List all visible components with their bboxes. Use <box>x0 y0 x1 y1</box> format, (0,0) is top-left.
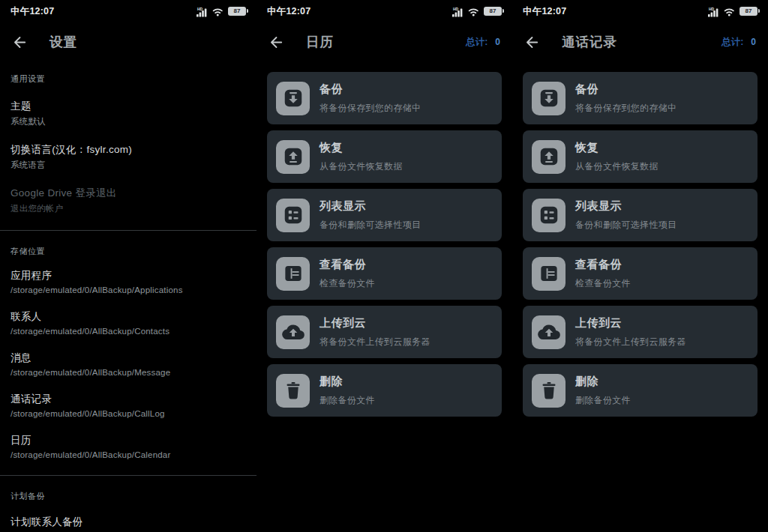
card-subtitle: 将备份文件上传到云服务器 <box>575 336 686 348</box>
delete-icon <box>276 374 310 408</box>
action-card-upload-cloud[interactable]: 上传到云 将备份文件上传到云服务器 <box>523 306 758 358</box>
card-subtitle: 检查备份文件 <box>320 277 375 290</box>
card-title: 恢复 <box>320 141 403 155</box>
action-card-backup[interactable]: 备份 将备份保存到您的存储中 <box>267 72 502 124</box>
status-time: 中午12:07 <box>523 5 566 18</box>
card-title: 上传到云 <box>320 316 430 330</box>
action-card-delete[interactable]: 删除 删除备份文件 <box>523 364 758 417</box>
cloud-upload-icon <box>276 315 310 349</box>
setting-item-messages-path[interactable]: 消息 /storage/emulated/0/AllBackup/Message <box>10 351 246 377</box>
card-subtitle: 备份和删除可选择性项目 <box>320 219 421 232</box>
status-time: 中午12:07 <box>10 5 54 18</box>
status-icons: 87 <box>191 6 246 17</box>
action-card-view-backup[interactable]: 查看备份 检查备份文件 <box>267 247 502 300</box>
setting-title: 日历 <box>10 434 246 447</box>
signal-hd-icon <box>447 6 464 17</box>
divider <box>0 230 256 231</box>
setting-title: 主题 <box>10 100 246 113</box>
setting-item-scheduled-contacts-backup[interactable]: 计划联系人备份 绝不 <box>10 516 246 532</box>
backup-save-icon <box>532 82 566 115</box>
card-title: 列表显示 <box>320 199 421 214</box>
setting-title: Google Drive 登录退出 <box>10 187 246 200</box>
back-button[interactable] <box>523 33 541 51</box>
setting-item-calllog-path[interactable]: 通话记录 /storage/emulated/0/AllBackup/CallL… <box>10 393 246 418</box>
setting-value: 系统语言 <box>10 160 246 171</box>
calendar-appbar: 日历 总计: 0 <box>256 22 512 58</box>
calllog-appbar: 通话记录 总计: 0 <box>512 22 768 58</box>
settings-screen: 中午12:07 87 设置 通用设置 主题 系统默认 切换语言(汉化：fsyl <box>0 0 256 532</box>
page-title: 日历 <box>306 33 334 51</box>
section-header-storage: 存储位置 <box>10 246 246 257</box>
signal-hd-icon <box>191 6 208 17</box>
back-button[interactable] <box>267 33 285 51</box>
setting-value: /storage/emulated/0/AllBackup/Calendar <box>10 450 246 459</box>
setting-item-language[interactable]: 切换语言(汉化：fsylr.com) 系统语言 <box>10 143 246 171</box>
battery-icon: 87 <box>484 7 502 16</box>
battery-percent: 87 <box>234 8 241 14</box>
setting-item-google-drive-signout[interactable]: Google Drive 登录退出 退出您的帐户 <box>10 187 246 214</box>
setting-title: 应用程序 <box>10 269 246 282</box>
card-title: 删除 <box>320 375 375 389</box>
card-title: 查看备份 <box>320 258 375 272</box>
total-counter: 总计: 0 <box>722 36 758 49</box>
settings-list: 通用设置 主题 系统默认 切换语言(汉化：fsylr.com) 系统语言 Goo… <box>0 73 256 532</box>
cloud-upload-icon <box>532 315 566 349</box>
divider <box>0 475 256 476</box>
setting-item-applications-path[interactable]: 应用程序 /storage/emulated/0/AllBackup/Appli… <box>10 269 246 294</box>
action-card-upload-cloud[interactable]: 上传到云 将备份文件上传到云服务器 <box>267 306 502 358</box>
restore-icon <box>532 140 566 174</box>
wifi-icon <box>212 7 224 16</box>
setting-item-theme[interactable]: 主题 系统默认 <box>10 100 246 127</box>
card-subtitle: 删除备份文件 <box>575 394 631 407</box>
back-button[interactable] <box>10 33 28 51</box>
section-header-general: 通用设置 <box>10 73 246 85</box>
setting-value: 系统默认 <box>10 116 246 127</box>
setting-title: 计划联系人备份 <box>10 516 246 529</box>
setting-value: /storage/emulated/0/AllBackup/CallLog <box>10 409 246 418</box>
setting-title: 联系人 <box>10 310 246 324</box>
calllog-screen: 中午12:07 87 通话记录 总计: 0 <box>512 0 768 532</box>
wifi-icon <box>467 7 480 16</box>
status-bar: 中午12:07 87 <box>256 0 512 22</box>
list-select-icon <box>532 199 566 232</box>
card-subtitle: 将备份保存到您的存储中 <box>320 102 421 115</box>
triple-screenshot-canvas: 中午12:07 87 设置 通用设置 主题 系统默认 切换语言(汉化：fsyl <box>0 0 768 532</box>
setting-title: 消息 <box>10 351 246 365</box>
arrow-left-icon <box>268 34 285 51</box>
setting-item-contacts-path[interactable]: 联系人 /storage/emulated/0/AllBackup/Contac… <box>10 310 246 336</box>
action-card-restore[interactable]: 恢复 从备份文件恢复数据 <box>267 130 502 183</box>
action-card-list: 备份 将备份保存到您的存储中 恢复 从备份文件恢复数据 列表显示 备份和删除可选… <box>256 58 512 417</box>
page-title: 通话记录 <box>562 33 617 51</box>
list-select-icon <box>276 199 310 232</box>
status-icons: 87 <box>447 6 502 17</box>
section-header-scheduled: 计划备份 <box>10 491 246 502</box>
total-label: 总计: <box>722 36 743 49</box>
card-subtitle: 从备份文件恢复数据 <box>575 160 658 173</box>
setting-title: 切换语言(汉化：fsylr.com) <box>10 143 246 157</box>
setting-item-calendar-path[interactable]: 日历 /storage/emulated/0/AllBackup/Calenda… <box>10 434 246 459</box>
action-card-view-backup[interactable]: 查看备份 检查备份文件 <box>523 247 758 300</box>
action-card-backup[interactable]: 备份 将备份保存到您的存储中 <box>523 72 758 124</box>
calendar-screen: 中午12:07 87 日历 总计: 0 <box>256 0 512 532</box>
action-card-list-select[interactable]: 列表显示 备份和删除可选择性项目 <box>267 189 502 241</box>
action-card-restore[interactable]: 恢复 从备份文件恢复数据 <box>523 130 758 183</box>
signal-hd-icon <box>703 6 719 17</box>
total-value: 0 <box>751 37 756 47</box>
action-card-list-select[interactable]: 列表显示 备份和删除可选择性项目 <box>523 189 758 241</box>
settings-appbar: 设置 <box>0 22 256 58</box>
action-card-delete[interactable]: 删除 删除备份文件 <box>267 364 502 417</box>
delete-icon <box>532 374 566 408</box>
card-subtitle: 将备份保存到您的存储中 <box>575 102 676 115</box>
status-bar: 中午12:07 87 <box>0 0 256 22</box>
backup-save-icon <box>276 82 310 115</box>
card-title: 备份 <box>575 82 676 97</box>
card-subtitle: 备份和删除可选择性项目 <box>575 219 676 232</box>
battery-icon: 87 <box>228 7 246 16</box>
arrow-left-icon <box>524 34 541 51</box>
battery-percent: 87 <box>746 8 752 14</box>
card-title: 删除 <box>575 375 631 389</box>
card-title: 恢复 <box>575 141 658 155</box>
card-title: 备份 <box>320 82 421 97</box>
page-title: 设置 <box>50 33 77 51</box>
view-backup-icon <box>276 257 310 291</box>
